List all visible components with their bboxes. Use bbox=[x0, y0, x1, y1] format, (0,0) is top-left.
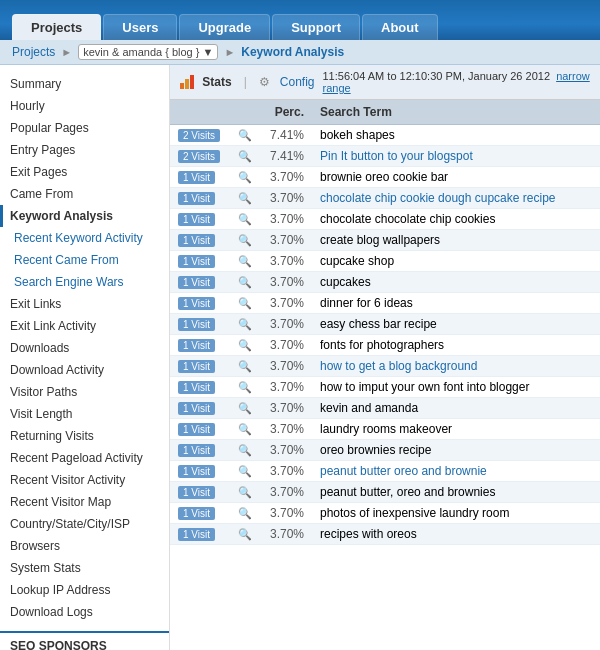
search-term-cell: how to get a blog background bbox=[312, 356, 600, 377]
nav-tabs: Projects Users Upgrade Support About bbox=[12, 14, 588, 40]
sidebar-item-popular-pages[interactable]: Popular Pages bbox=[0, 117, 169, 139]
search-glass-icon[interactable]: 🔍 bbox=[238, 444, 252, 456]
search-glass-icon[interactable]: 🔍 bbox=[238, 276, 252, 288]
sidebar-item-recent-came-from[interactable]: Recent Came From bbox=[0, 249, 169, 271]
search-term-cell: dinner for 6 ideas bbox=[312, 293, 600, 314]
search-glass-icon[interactable]: 🔍 bbox=[238, 423, 252, 435]
nav-tab-upgrade[interactable]: Upgrade bbox=[179, 14, 270, 40]
sidebar-item-recent-visitor[interactable]: Recent Visitor Activity bbox=[0, 469, 169, 491]
search-glass-icon[interactable]: 🔍 bbox=[238, 213, 252, 225]
breadcrumb-blog[interactable]: kevin & amanda { blog } ▼ bbox=[78, 44, 218, 60]
sidebar-item-country[interactable]: Country/State/City/ISP bbox=[0, 513, 169, 535]
sidebar-item-system-stats[interactable]: System Stats bbox=[0, 557, 169, 579]
table-row: 2 Visits🔍7.41%Pin It button to your blog… bbox=[170, 146, 600, 167]
nav-tab-support[interactable]: Support bbox=[272, 14, 360, 40]
search-glass-icon[interactable]: 🔍 bbox=[238, 339, 252, 351]
sidebar-item-exit-links[interactable]: Exit Links bbox=[0, 293, 169, 315]
perc-cell: 3.70% bbox=[260, 167, 312, 188]
search-glass-icon[interactable]: 🔍 bbox=[238, 318, 252, 330]
search-term-cell: fonts for photographers bbox=[312, 335, 600, 356]
search-term-link[interactable]: peanut butter oreo and brownie bbox=[320, 464, 487, 478]
table-row: 1 Visit🔍3.70%laundry rooms makeover bbox=[170, 419, 600, 440]
sidebar-item-exit-pages[interactable]: Exit Pages bbox=[0, 161, 169, 183]
table-row: 1 Visit🔍3.70%chocolate chocolate chip co… bbox=[170, 209, 600, 230]
keyword-table: Perc. Search Term 2 Visits🔍7.41%bokeh sh… bbox=[170, 100, 600, 545]
search-term-cell: how to imput your own font into blogger bbox=[312, 377, 600, 398]
search-glass-icon[interactable]: 🔍 bbox=[238, 171, 252, 183]
table-row: 1 Visit🔍3.70%fonts for photographers bbox=[170, 335, 600, 356]
search-glass-icon[interactable]: 🔍 bbox=[238, 129, 252, 141]
sidebar-item-search-engine-wars[interactable]: Search Engine Wars bbox=[0, 271, 169, 293]
perc-cell: 3.70% bbox=[260, 503, 312, 524]
sidebar-item-entry-pages[interactable]: Entry Pages bbox=[0, 139, 169, 161]
col-visits bbox=[170, 100, 230, 125]
search-glass-icon[interactable]: 🔍 bbox=[238, 297, 252, 309]
header: Projects Users Upgrade Support About bbox=[0, 0, 600, 40]
sidebar-item-visit-length[interactable]: Visit Length bbox=[0, 403, 169, 425]
search-glass-icon[interactable]: 🔍 bbox=[238, 381, 252, 393]
visit-cell: 2 Visits bbox=[170, 125, 230, 146]
stats-toolbar: Stats | ⚙ Config 11:56:04 AM to 12:10:30… bbox=[170, 65, 600, 100]
sidebar-item-hourly[interactable]: Hourly bbox=[0, 95, 169, 117]
perc-cell: 3.70% bbox=[260, 188, 312, 209]
search-glass-icon[interactable]: 🔍 bbox=[238, 465, 252, 477]
visit-cell: 1 Visit bbox=[170, 524, 230, 545]
sidebar-item-exit-link-activity[interactable]: Exit Link Activity bbox=[0, 315, 169, 337]
perc-cell: 3.70% bbox=[260, 398, 312, 419]
sidebar-item-recent-keyword[interactable]: Recent Keyword Activity bbox=[0, 227, 169, 249]
search-term-link[interactable]: Pin It button to your blogspot bbox=[320, 149, 473, 163]
visit-cell: 1 Visit bbox=[170, 377, 230, 398]
stats-bar-icon bbox=[180, 75, 194, 89]
visit-cell: 1 Visit bbox=[170, 419, 230, 440]
search-glass-icon[interactable]: 🔍 bbox=[238, 192, 252, 204]
sidebar-item-came-from[interactable]: Came From bbox=[0, 183, 169, 205]
visit-badge: 1 Visit bbox=[178, 423, 215, 436]
visit-badge: 1 Visit bbox=[178, 318, 215, 331]
search-glass-icon[interactable]: 🔍 bbox=[238, 402, 252, 414]
search-icon-cell: 🔍 bbox=[230, 272, 260, 293]
search-glass-icon[interactable]: 🔍 bbox=[238, 360, 252, 372]
visit-badge: 1 Visit bbox=[178, 444, 215, 457]
visit-cell: 1 Visit bbox=[170, 188, 230, 209]
search-glass-icon[interactable]: 🔍 bbox=[238, 486, 252, 498]
sidebar-item-download-logs[interactable]: Download Logs bbox=[0, 601, 169, 623]
nav-tab-about[interactable]: About bbox=[362, 14, 438, 40]
search-glass-icon[interactable]: 🔍 bbox=[238, 255, 252, 267]
search-icon-cell: 🔍 bbox=[230, 398, 260, 419]
search-glass-icon[interactable]: 🔍 bbox=[238, 234, 252, 246]
sidebar-item-recent-pageload[interactable]: Recent Pageload Activity bbox=[0, 447, 169, 469]
table-row: 1 Visit🔍3.70%peanut butter oreo and brow… bbox=[170, 461, 600, 482]
sidebar-item-browsers[interactable]: Browsers bbox=[0, 535, 169, 557]
search-term-cell: cupcakes bbox=[312, 272, 600, 293]
search-term-cell: kevin and amanda bbox=[312, 398, 600, 419]
search-term-link[interactable]: chocolate chip cookie dough cupcake reci… bbox=[320, 191, 556, 205]
sidebar-item-summary[interactable]: Summary bbox=[0, 73, 169, 95]
stats-label[interactable]: Stats bbox=[202, 75, 231, 89]
timestamp-text: 11:56:04 AM to 12:10:30 PM, January 26 2… bbox=[323, 70, 551, 82]
nav-tab-users[interactable]: Users bbox=[103, 14, 177, 40]
sidebar-item-download-activity[interactable]: Download Activity bbox=[0, 359, 169, 381]
main-content: Stats | ⚙ Config 11:56:04 AM to 12:10:30… bbox=[170, 65, 600, 650]
perc-cell: 3.70% bbox=[260, 293, 312, 314]
search-glass-icon[interactable]: 🔍 bbox=[238, 528, 252, 540]
sidebar-item-visitor-paths[interactable]: Visitor Paths bbox=[0, 381, 169, 403]
sidebar-item-lookup-ip[interactable]: Lookup IP Address bbox=[0, 579, 169, 601]
search-icon-cell: 🔍 bbox=[230, 524, 260, 545]
search-term-cell: recipes with oreos bbox=[312, 524, 600, 545]
search-glass-icon[interactable]: 🔍 bbox=[238, 150, 252, 162]
sidebar-item-keyword-analysis[interactable]: Keyword Analysis bbox=[0, 205, 169, 227]
sidebar-item-recent-visitor-map[interactable]: Recent Visitor Map bbox=[0, 491, 169, 513]
search-term-link[interactable]: how to get a blog background bbox=[320, 359, 477, 373]
sidebar-item-downloads[interactable]: Downloads bbox=[0, 337, 169, 359]
search-glass-icon[interactable]: 🔍 bbox=[238, 507, 252, 519]
search-term-cell: bokeh shapes bbox=[312, 125, 600, 146]
col-search-term: Search Term bbox=[312, 100, 600, 125]
table-row: 2 Visits🔍7.41%bokeh shapes bbox=[170, 125, 600, 146]
table-row: 1 Visit🔍3.70%peanut butter, oreo and bro… bbox=[170, 482, 600, 503]
sidebar-item-returning-visits[interactable]: Returning Visits bbox=[0, 425, 169, 447]
perc-cell: 3.70% bbox=[260, 377, 312, 398]
config-label[interactable]: Config bbox=[280, 75, 315, 89]
nav-tab-projects[interactable]: Projects bbox=[12, 14, 101, 40]
breadcrumb-projects[interactable]: Projects bbox=[12, 45, 55, 59]
visit-cell: 1 Visit bbox=[170, 398, 230, 419]
